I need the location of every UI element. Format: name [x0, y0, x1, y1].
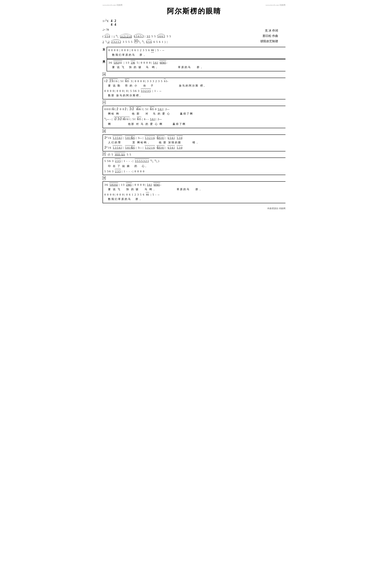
- section-20: 2̂ⅴ î 6 5 3 5 6 î | 5 0 î 6̂î5 | 3--- | …: [102, 134, 286, 151]
- lyric-25-1: 印 在 了 姑 娘 的 心。: [104, 164, 284, 168]
- watermark-bar: www.ktvc8.com 词曲网 www.ktvc8.com 词曲网: [102, 4, 286, 6]
- time-sig-2: 2 4: [115, 19, 116, 26]
- right-watermark: www.ktvc8.com 词曲网: [266, 4, 286, 6]
- song-title: 阿尔斯楞的眼睛: [102, 6, 286, 16]
- lyric-10-2: 数那 放马的阿尔斯楞。: [104, 94, 284, 98]
- lyric-15-2: 啊 他那 对 马 的 爱 心 啊 赢得了啊: [104, 122, 284, 126]
- intro-line-1: ( 3 5 6 | i 6/i i ż 2 i 2 i 6 6 5 6 5 3 …: [102, 34, 286, 39]
- arc-6: 6 5 6: [146, 39, 152, 44]
- footer-note: 本曲谱源自 词曲网: [102, 207, 286, 210]
- time-sig-1: 4 4: [111, 19, 112, 26]
- section-30: 3·6 535332 | 1·3 2365 | 0 0 0 0 | 5 6 î …: [102, 181, 286, 203]
- lyric-20-1: 人们的赞 赏 啊哈哟， 他 那 深情的眼 晴，: [104, 141, 284, 145]
- lyric-30-2: 数我们草原的马 群，: [104, 197, 284, 201]
- male-section-1: 男 3·6 535332 | 1·3 236 5 | 0 0 0 0 | 5 6…: [102, 59, 286, 71]
- key-tempo-block: 1=♭E 4 4 2 4 ♩= 78: [102, 17, 286, 32]
- lyric-15-1: 啊哈 哟 他 那 对 马 的 爱 心 赢得了啊: [104, 112, 284, 116]
- music-15-1: 0 0 0 î 6̂î | 2̂ 0 0 2̂ | 2̂î2̂ î6̂î6 î …: [104, 107, 284, 111]
- section-25: 5 5·6 3 2 3 5 | 1 - - - | 3 5 5 5 3 2 1 …: [102, 157, 286, 175]
- music-15-2: 6/î--- - | î2̂ 2̂î2̂ î6̂î 6 î | 5·î 6̂î5…: [104, 117, 284, 122]
- female-music-1: 0 0 0 0 | 0 0 0 | 0 6 1 2 3 5 6 î6î | 5 …: [108, 48, 284, 52]
- male-lyric-1: 要 说 飞 快 的 骏 马 哟， 草原的马 群，: [108, 65, 284, 69]
- measure-30-marker: 30: [102, 176, 286, 181]
- music-20-2: 2̂ⅴ î 6 5 3 5 6 î | 5 0 î 6̂î5 | 3--- | …: [104, 145, 284, 150]
- arc-3: 6 5 6 5 3: [134, 34, 144, 39]
- music-30-1: 3·6 535332 | 1·3 2365 | 0 0 0 0 | 5 6 î …: [104, 182, 284, 187]
- female-section: 女 0 0 0 0 | 0 0 0 | 0 6 1 2 3 5 6 î6î | …: [102, 47, 286, 59]
- female-lyric-1: 数我们草原的马 群，: [108, 53, 284, 57]
- measure-20-marker: 20: [102, 129, 286, 134]
- music-10-2: 0 0 0 0 | 0 0 0 | 0 | 5 5·6 3 3 3 2 3 5 …: [104, 89, 284, 93]
- page-wrapper: www.ktvc8.com 词曲网 www.ktvc8.com 词曲网 阿尔斯楞…: [102, 4, 286, 210]
- measure-25-header: 25 (5 5 3555 321 5 5: [102, 152, 286, 157]
- measure-10: 10: [102, 73, 106, 76]
- music-30-2: 0 0 0 0 | 0 0 0 | 0 6 1 2 3 5 6 î6î | 5 …: [104, 192, 284, 197]
- lyric-10-1: 要 说 勤 劳 的 小 伙 子 放马的阿尔斯 楞。: [104, 84, 284, 88]
- measure-20: 20: [102, 129, 106, 133]
- measure-15: 15: [102, 100, 106, 104]
- key-label: 1=♭E 4 4 2 4: [102, 17, 116, 26]
- music-25-2: 5 5·6 3 2 3 5 | 1 - - - | 0 0 0 0: [104, 169, 284, 173]
- music-20-1: 2̂ⅴ î 6 5 3 5 6 î | 5 0 î 6̂î5 | 3--- | …: [104, 136, 284, 140]
- male-label-1: 男: [102, 60, 106, 64]
- music-25-header: (5 5 3555 321 5 5: [108, 152, 131, 157]
- title-area: 阿尔斯楞的眼睛: [102, 6, 286, 16]
- left-watermark: www.ktvc8.com 词曲网: [102, 4, 122, 6]
- lyric-30-1: 要 说 飞 快 的 骏 马 哟， 草原的马 群，: [104, 187, 284, 192]
- key-line: 1=♭E 4 4 2 4: [102, 17, 286, 26]
- measure-30: 30: [102, 176, 106, 180]
- section-10: î·2̂ 2̂3̂î î 6 | 5·î 6̂î5 3 | 0 0 0 0 | …: [102, 78, 286, 99]
- arc-4: 5 6 6 5: [157, 34, 165, 39]
- arc-igi: î6î: [151, 48, 154, 52]
- arc-1: 3 5 6: [104, 34, 110, 39]
- measure-10-marker: 10: [102, 73, 286, 77]
- music-10-1: î·2̂ 2̂3̂î î 6 | 5·î 6̂î5 3 | 0 0 0 0 | …: [104, 79, 284, 83]
- intro-line-2: 2 1/22 2 3 2 1 2 3 5 5 5 056/1 6/i 6 5 6…: [102, 39, 286, 45]
- arc-5: 2 3 2 1 2: [111, 39, 121, 44]
- section-15: 0 0 0 î 6̂î | 2̂ 0 0 2̂ | 2̂î2̂ î6̂î6 î …: [102, 106, 286, 128]
- footer-text: 本曲谱源自 词曲网: [267, 207, 286, 210]
- music-content: ( 3 5 6 | i 6/i i ż 2 i 2 i 6 6 5 6 5 3 …: [102, 34, 286, 203]
- top-info: 1=♭E 4 4 2 4 ♩= 78 克 冰 作词 那日松 作曲 骄阳农艺制谱: [102, 17, 286, 32]
- measure-15-marker: 15: [102, 100, 286, 105]
- music-25-1: 5 5·6 3 2 3 5 | 1 - - - | 3 5 5 5 3 2 1 …: [104, 159, 284, 164]
- female-label: 女: [102, 47, 106, 52]
- measure-25: 25: [102, 152, 106, 156]
- tempo-label: ♩= 78: [102, 27, 286, 32]
- arc-2: i ż 2 i 2 i 6: [120, 34, 132, 39]
- measure-05: 05: [134, 39, 138, 43]
- male-music-1: 3·6 535332 | 1·3 236 5 | 0 0 0 0 | 5 6 î…: [108, 60, 284, 65]
- lyricist: 克 冰 作词: [260, 28, 278, 33]
